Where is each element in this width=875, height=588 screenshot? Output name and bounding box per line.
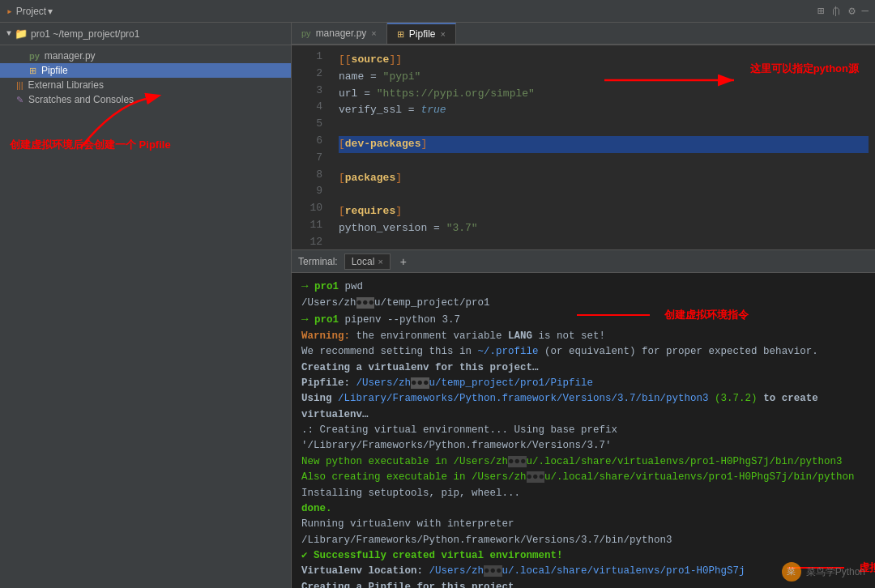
sidebar-top: ▼ 📁 pro1 ~/temp_project/pro1 py manager.… — [0, 23, 291, 249]
editor-area: py manager.py × ⊞ Pipfile × 12345 678910… — [292, 23, 875, 588]
term-line-16: Virtualenv location: /Users/zh●●●u/.loca… — [301, 564, 865, 579]
sidebar-annotation-area: 创建虚拟环境后会创建一个 Pipfile — [0, 131, 291, 159]
sidebar-item-manager[interactable]: py manager.py — [0, 49, 291, 63]
arrow-pipfile — [65, 91, 162, 156]
pipfile-icon: ⊞ — [29, 66, 36, 76]
sidebar-item-pipfile[interactable]: ⊞ Pipfile — [0, 63, 291, 78]
ext-libs-label: External Libraries — [28, 79, 104, 91]
main-layout: ▼ 📁 pro1 ~/temp_project/pro1 py manager.… — [0, 23, 875, 588]
code-line-12 — [339, 237, 869, 249]
project-icon: ▸ — [6, 5, 13, 18]
tab-bar: py manager.py × ⊞ Pipfile × — [292, 23, 875, 45]
root-item-label[interactable]: pro1 ~/temp_project/pro1 — [31, 28, 139, 40]
terminal-header: Terminal: Local × + — [292, 250, 875, 273]
tab-manager-label: manager.py — [316, 28, 367, 39]
terminal-tab-local[interactable]: Local × — [344, 254, 391, 270]
code-line-9 — [339, 186, 869, 203]
term-line-1: → pro1 pwd — [301, 278, 865, 296]
term-line-4: Warning: the environment variable LANG i… — [301, 329, 865, 344]
code-line-11: python_version = "3.7" — [339, 220, 869, 237]
line-numbers: 12345 678910 1112 — [292, 45, 332, 249]
term-line-13: done. — [301, 501, 865, 517]
terminal-new-tab[interactable]: + — [397, 255, 410, 268]
arrow-source — [596, 68, 742, 92]
code-line-10: [requires] — [339, 203, 869, 220]
split-icon[interactable]: ⫛ — [830, 5, 842, 18]
source-annotation-area: 这里可以指定python源 — [750, 62, 859, 76]
gear-icon[interactable]: ⚙ — [848, 4, 855, 18]
manager-label: manager.py — [45, 50, 96, 62]
top-bar: ▸ Project ▾ ⊞ ⫛ ⚙ ─ — [0, 0, 875, 23]
term-line-8: Using /Library/Frameworks/Python.framewo… — [301, 391, 865, 423]
term-line-7: Pipfile: /Users/zh●●●u/temp_project/pro1… — [301, 376, 865, 391]
arrow-create-venv — [577, 307, 658, 323]
chevron-down-icon: ▼ — [6, 29, 11, 38]
code-line-6: [dev-packages] — [339, 136, 869, 153]
term-line-12: Installing setuptools, pip, wheel... — [301, 486, 865, 501]
term-line-14: Running virtualenv with interpreter /Lib… — [301, 517, 865, 548]
create-venv-annotation-area: 创建虚拟环境指令 — [577, 307, 749, 323]
sidebar-bottom — [0, 249, 291, 588]
code-line-8: [packages] — [339, 170, 869, 187]
watermark: 菜 菜鸟学Python — [782, 562, 865, 582]
term-line-5: We recommend setting this in ~/.profile … — [301, 344, 865, 360]
tab-manager[interactable]: py manager.py × — [292, 23, 387, 44]
sidebar-content: py manager.py ⊞ Pipfile ||| External Lib… — [0, 45, 291, 249]
code-line-5 — [339, 119, 869, 136]
terminal-tab-label: Local — [352, 256, 375, 267]
code-line-7 — [339, 153, 869, 170]
term-line-3: → pro1 pipenv --python 3.7 — [301, 311, 865, 329]
term-line-9: .: Creating virtual environment... Using… — [301, 423, 865, 454]
watermark-icon: 菜 — [782, 562, 801, 582]
terminal-content[interactable]: → pro1 pwd /Users/zh●●●u/temp_project/pr… — [292, 273, 875, 588]
tab-pipfile-label: Pipfile — [409, 28, 436, 40]
editor-top: py manager.py × ⊞ Pipfile × 12345 678910… — [292, 23, 875, 249]
term-line-6: Creating a virtualenv for this project… — [301, 360, 865, 376]
tab-pipfile-icon: ⊞ — [397, 29, 404, 40]
source-annotation: 这里可以指定python源 — [750, 62, 859, 75]
term-line-10: New python executable in /Users/zh●●●u/.… — [301, 454, 865, 470]
editor-content: 12345 678910 1112 [[source]] name = "pyp… — [292, 45, 875, 249]
sidebar: ▼ 📁 pro1 ~/temp_project/pro1 py manager.… — [0, 23, 292, 588]
project-label: Project — [16, 6, 46, 17]
term-line-11: Also creating executable in /Users/zh●●●… — [301, 470, 865, 485]
terminal-tab-close[interactable]: × — [378, 257, 382, 266]
create-venv-annotation: 创建虚拟环境指令 — [664, 307, 749, 323]
term-line-17: Creating a Pipfile for this project… — [301, 580, 865, 588]
code-line-4: verify_ssl = true — [339, 102, 869, 119]
terminal-area: Terminal: Local × + → pro1 pwd /Users/zh… — [292, 249, 875, 588]
py-icon: py — [29, 51, 40, 61]
sidebar-header: ▼ 📁 pro1 ~/temp_project/pro1 — [0, 23, 291, 45]
watermark-text: 菜鸟学Python — [806, 565, 865, 580]
folder-icon: 📁 — [15, 28, 28, 40]
minus-icon[interactable]: ─ — [862, 5, 869, 18]
tab-manager-icon: py — [301, 28, 311, 38]
layout-icon[interactable]: ⊞ — [817, 4, 824, 18]
tab-pipfile-close[interactable]: × — [440, 30, 445, 39]
tab-pipfile[interactable]: ⊞ Pipfile × — [387, 23, 456, 44]
terminal-label: Terminal: — [298, 256, 338, 267]
scratches-icon: ✎ — [16, 95, 23, 105]
libs-icon: ||| — [16, 80, 23, 90]
project-dropdown[interactable]: ▾ — [48, 6, 53, 17]
pipfile-label: Pipfile — [41, 65, 68, 76]
term-line-15: ✔ Successfully created virtual environme… — [301, 548, 865, 564]
tab-manager-close[interactable]: × — [371, 29, 376, 38]
